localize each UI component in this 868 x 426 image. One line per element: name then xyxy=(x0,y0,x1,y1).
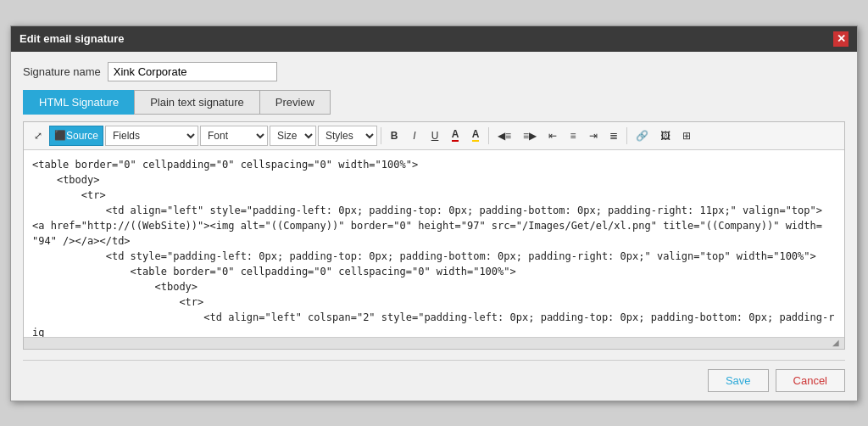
align-left-button[interactable]: ⇤ xyxy=(543,126,562,146)
tab-html-signature[interactable]: HTML Signature xyxy=(23,90,134,115)
image-button[interactable]: 🖼 xyxy=(655,126,676,146)
align-right-button[interactable]: ⇥ xyxy=(584,126,603,146)
table-button[interactable]: ⊞ xyxy=(677,126,696,146)
font-color-icon: A xyxy=(452,129,459,142)
fields-select[interactable]: Fields xyxy=(105,126,198,146)
source-button[interactable]: ⬛ Source xyxy=(49,126,103,146)
signature-name-row: Signature name xyxy=(23,62,845,81)
align-justify-icon: ≣ xyxy=(609,130,618,142)
save-button[interactable]: Save xyxy=(708,369,769,392)
close-button[interactable]: ✕ xyxy=(833,31,849,47)
align-left-icon: ⇤ xyxy=(548,130,557,142)
indent-less-icon: ◀≡ xyxy=(498,130,511,142)
align-right-icon: ⇥ xyxy=(589,130,598,142)
maximize-button[interactable]: ⤢ xyxy=(29,126,47,146)
image-icon: 🖼 xyxy=(660,130,670,142)
font-select[interactable]: Font xyxy=(200,126,268,146)
dialog-body: Signature name HTML Signature Plain text… xyxy=(11,52,857,360)
align-center-icon: ≡ xyxy=(570,130,576,142)
bg-color-button[interactable]: A xyxy=(466,126,485,146)
scrollbar-area: ◢ xyxy=(24,337,844,349)
bold-button[interactable]: B xyxy=(385,126,403,146)
align-justify-button[interactable]: ≣ xyxy=(604,126,623,146)
bg-color-icon: A xyxy=(472,129,480,142)
signature-name-input[interactable] xyxy=(108,62,277,81)
table-icon: ⊞ xyxy=(682,130,691,142)
size-select[interactable]: Size xyxy=(270,126,316,146)
indent-more-icon: ≡▶ xyxy=(523,130,537,142)
resize-handle: ◢ xyxy=(832,338,843,348)
separator-2 xyxy=(488,127,489,144)
tabs-row: HTML Signature Plain text signature Prev… xyxy=(23,90,845,115)
indent-less-button[interactable]: ◀≡ xyxy=(492,126,516,146)
separator-3 xyxy=(626,127,627,144)
edit-email-signature-dialog: Edit email signature ✕ Signature name HT… xyxy=(10,25,858,401)
styles-select[interactable]: Styles xyxy=(318,126,377,146)
maximize-icon: ⤢ xyxy=(34,130,42,142)
editor-wrapper: ⤢ ⬛ Source Fields Font Size Styles xyxy=(23,121,845,350)
html-editor[interactable]: <table border="0" cellpadding="0" cellsp… xyxy=(24,150,844,337)
tab-preview[interactable]: Preview xyxy=(259,90,331,115)
dialog-title-text: Edit email signature xyxy=(19,32,125,45)
cancel-button[interactable]: Cancel xyxy=(776,369,845,392)
source-icon: ⬛ xyxy=(54,130,66,141)
dialog-footer: Save Cancel xyxy=(11,361,857,401)
font-color-button[interactable]: A xyxy=(446,126,465,146)
italic-button[interactable]: I xyxy=(405,126,424,146)
dialog-title-bar: Edit email signature ✕ xyxy=(11,26,857,52)
underline-button[interactable]: U xyxy=(426,126,444,146)
tab-plain-text-signature[interactable]: Plain text signature xyxy=(134,90,259,115)
link-icon: 🔗 xyxy=(636,130,648,142)
separator-1 xyxy=(381,127,381,144)
editor-toolbar: ⤢ ⬛ Source Fields Font Size Styles xyxy=(24,122,844,150)
indent-more-button[interactable]: ≡▶ xyxy=(518,126,542,146)
link-button[interactable]: 🔗 xyxy=(631,126,654,146)
align-center-button[interactable]: ≡ xyxy=(564,126,582,146)
signature-name-label: Signature name xyxy=(23,65,101,78)
